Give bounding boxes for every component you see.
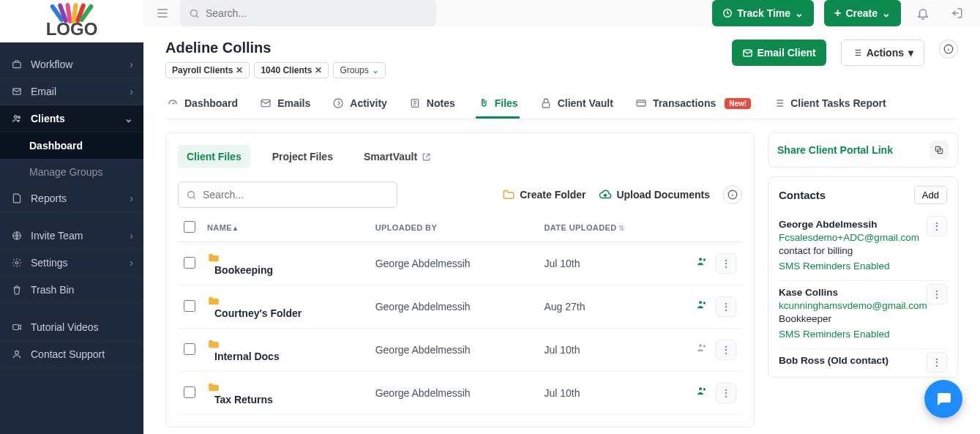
table-row[interactable]: Bookeeping George Abdelmessih Jul 10th ⋮ — [178, 242, 742, 285]
contact-email[interactable]: kcunninghamsvdemo@gmail.com — [779, 300, 947, 311]
chip-label: Payroll Clients — [172, 65, 233, 75]
page: Adeline Collins Payroll Clients ✕ 1040 C… — [143, 26, 980, 434]
files-search-input[interactable] — [203, 189, 389, 201]
tab-notes[interactable]: Notes — [408, 90, 457, 119]
files-table: NAME▴ UPLOADED BY DATE UPLOADED⇅ Bookeep… — [178, 214, 742, 415]
sidebar-item-workflow[interactable]: Workflow › — [0, 51, 143, 78]
add-contact-button[interactable]: Add — [914, 186, 947, 204]
tab-label: Activity — [350, 97, 387, 109]
select-all-checkbox[interactable] — [184, 221, 195, 233]
table-row[interactable]: Courtney's Folder George Abdelmessih Aug… — [178, 285, 742, 329]
create-folder-button[interactable]: Create Folder — [502, 188, 586, 201]
shared-icon[interactable] — [694, 296, 710, 313]
shared-icon[interactable] — [694, 253, 710, 269]
row-menu-button[interactable]: ⋮ — [716, 296, 736, 317]
global-search[interactable] — [180, 0, 436, 26]
track-time-button[interactable]: Track Time ⌄ — [712, 0, 814, 26]
chevron-down-icon: ⌄ — [124, 113, 133, 124]
chevron-down-icon: ⌄ — [795, 7, 804, 19]
contacts-heading: Contacts — [779, 189, 826, 201]
card-icon — [635, 97, 647, 109]
chevron-down-icon: ⌄ — [372, 65, 379, 75]
sidebar-item-clients[interactable]: Clients ⌄ — [0, 105, 143, 132]
sidebar-item-email[interactable]: Email › — [0, 78, 143, 105]
files-search[interactable] — [178, 182, 397, 208]
sidebar-item-trash-bin[interactable]: Trash Bin — [0, 277, 143, 304]
tab-client-vault[interactable]: Client Vault — [539, 90, 615, 119]
actions-button[interactable]: Actions ▾ — [841, 40, 924, 66]
svg-point-19 — [699, 258, 702, 261]
upload-documents-button[interactable]: Upload Documents — [599, 188, 710, 201]
contact-menu-button[interactable]: ⋮ — [927, 284, 947, 304]
groups-dropdown[interactable]: Groups ⌄ — [333, 62, 385, 78]
page-title: Adeline Collins — [165, 40, 717, 56]
user-icon — [10, 349, 23, 359]
subtab-label: SmartVault — [364, 151, 417, 162]
note-icon — [409, 97, 421, 109]
email-client-button[interactable]: Email Client — [732, 40, 826, 66]
subtab-project-files[interactable]: Project Files — [263, 145, 342, 168]
tab-activity[interactable]: Activity — [331, 90, 389, 119]
row-checkbox[interactable] — [184, 343, 195, 355]
shared-icon[interactable] — [694, 340, 710, 356]
shared-icon[interactable] — [694, 383, 710, 399]
chip-1040-clients[interactable]: 1040 Clients ✕ — [254, 62, 329, 78]
chip-payroll-clients[interactable]: Payroll Clients ✕ — [165, 62, 250, 78]
search-input[interactable] — [206, 7, 427, 19]
svg-point-22 — [703, 302, 706, 304]
tab-label: Files — [495, 97, 518, 109]
files-info-icon[interactable] — [723, 185, 742, 204]
contact-email[interactable]: Fcsalesdemo+ADC@gmail.com — [779, 232, 947, 243]
row-menu-button[interactable]: ⋮ — [716, 253, 736, 274]
right-panel: Share Client Portal Link Contacts Add Ge… — [768, 132, 958, 427]
copy-icon[interactable] — [929, 141, 949, 160]
sidebar-item-tutorial-videos[interactable]: Tutorial Videos — [0, 314, 143, 341]
column-date-uploaded[interactable]: DATE UPLOADED⇅ — [539, 214, 684, 242]
share-portal-link-text[interactable]: Share Client Portal Link — [777, 144, 893, 156]
sidebar-item-invite-team[interactable]: Invite Team › — [0, 222, 143, 250]
column-uploaded-by[interactable]: UPLOADED BY — [370, 214, 539, 242]
table-row[interactable]: Internal Docs George Abdelmessih Jul 10t… — [178, 329, 742, 372]
row-checkbox[interactable] — [184, 386, 195, 398]
chevron-right-icon: › — [130, 86, 133, 97]
chevron-right-icon: › — [130, 257, 133, 269]
logout-icon[interactable] — [945, 1, 968, 25]
sidebar: LOGO Workflow › Email › Clients ⌄ Dashbo… — [0, 0, 143, 434]
row-checkbox[interactable] — [184, 300, 195, 312]
sidebar-subitem-manage-groups[interactable]: Manage Groups — [0, 159, 143, 185]
svg-point-5 — [15, 261, 18, 264]
notifications-icon[interactable] — [911, 1, 935, 25]
contact-menu-button[interactable]: ⋮ — [927, 216, 947, 236]
tab-files[interactable]: Files — [476, 90, 520, 119]
file-name: Bookeeping — [214, 264, 273, 276]
tab-emails[interactable]: Emails — [258, 90, 312, 119]
chat-fab[interactable] — [924, 380, 962, 418]
sidebar-subitem-dashboard[interactable]: Dashboard — [0, 132, 143, 159]
column-name[interactable]: NAME▴ — [201, 214, 370, 242]
tab-client-tasks-report[interactable]: Client Tasks Report — [771, 90, 887, 119]
subtab-smartvault[interactable]: SmartVault — [355, 145, 440, 168]
row-checkbox[interactable] — [184, 257, 195, 269]
subtab-client-files[interactable]: Client Files — [178, 145, 250, 168]
page-info-icon[interactable] — [939, 40, 958, 59]
sidebar-item-settings[interactable]: Settings › — [0, 250, 143, 277]
main: Track Time ⌄ + Create ⌄ Adeline Collins … — [143, 0, 980, 434]
mail-icon — [742, 48, 753, 59]
table-row[interactable]: Tax Returns George Abdelmessih Jul 10th … — [178, 372, 742, 415]
remove-icon[interactable]: ✕ — [315, 65, 322, 75]
svg-rect-16 — [637, 100, 646, 106]
activity-icon — [332, 97, 344, 109]
tab-dashboard[interactable]: Dashboard — [165, 90, 239, 119]
sidebar-item-reports[interactable]: Reports › — [0, 185, 143, 212]
row-menu-button[interactable]: ⋮ — [716, 383, 736, 403]
contact-menu-button[interactable]: ⋮ — [927, 352, 947, 373]
remove-icon[interactable]: ✕ — [236, 65, 243, 75]
content-row: Client Files Project Files SmartVault — [165, 119, 958, 434]
menu-toggle-icon[interactable] — [155, 6, 170, 20]
sidebar-item-contact-support[interactable]: Contact Support — [0, 341, 143, 368]
row-menu-button[interactable]: ⋮ — [716, 340, 736, 360]
tab-transactions[interactable]: Transactions New! — [634, 90, 752, 119]
create-button[interactable]: + Create ⌄ — [824, 0, 901, 26]
sidebar-subitem-label: Manage Groups — [29, 166, 102, 178]
svg-point-21 — [699, 301, 702, 304]
